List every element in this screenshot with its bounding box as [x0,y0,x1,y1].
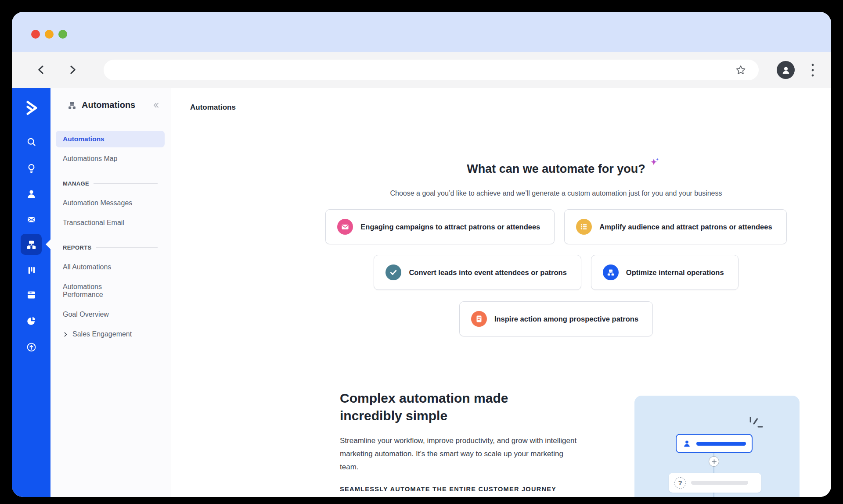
list-icon [576,219,592,235]
breadcrumb: Automations [190,103,236,112]
rail-item-upgrade[interactable] [21,336,42,357]
person-icon [682,439,692,448]
text-placeholder-bar [696,442,746,446]
sidebar-item-automations[interactable]: Automations [56,131,165,147]
automation-illustration: ? [634,396,800,497]
goal-button-engaging-campaigns[interactable]: Engaging campaigns to attract patrons or… [325,209,555,244]
browser-card-icon [25,289,37,301]
sidebar-item-automations-map[interactable]: Automations Map [56,150,165,167]
goal-row-2: Convert leads into event attendees or pa… [281,255,831,290]
browser-profile-avatar[interactable] [777,61,795,79]
back-button[interactable] [32,60,51,79]
main-content: Automations What can we automate for you… [170,88,831,497]
sidebar-item-goal-overview[interactable]: Goal Overview [56,306,165,323]
arrow-up-circle-icon [25,341,37,353]
nav-rail [12,88,50,497]
sidebar: Automations Automations Automations Map … [50,88,170,497]
chevron-right-icon [63,332,68,337]
rail-item-pages[interactable] [21,284,42,305]
question-node-card: ? [669,473,761,493]
browser-menu-button[interactable] [806,59,820,82]
contact-node-card [676,434,753,453]
kanban-icon [25,265,37,276]
sidebar-item-all-automations[interactable]: All Automations [56,259,165,275]
bookmark-star-button[interactable] [735,64,746,76]
note-icon [471,311,487,327]
goal-button-label: Amplify audience and attract patrons or … [599,223,772,231]
section-divider [96,247,158,248]
rail-item-ideas[interactable] [21,157,42,179]
goal-button-amplify-audience[interactable]: Amplify audience and attract patrons or … [564,209,786,244]
address-bar[interactable] [104,60,759,80]
section-divider [94,183,158,184]
traffic-light-zoom[interactable] [58,30,67,39]
activecampaign-logo-icon [22,99,40,117]
question-mark-icon: ? [674,477,686,489]
sitemap-icon [67,100,77,110]
goal-row-3: Inspire action among prospective patrons [281,301,831,336]
lightbulb-icon [25,162,37,174]
rail-item-search[interactable] [21,131,42,152]
double-chevron-left-icon [151,101,160,110]
feature-heading: Complex automation made incredibly simpl… [340,390,529,425]
sidebar-title: Automations [82,100,135,110]
traffic-light-minimize[interactable] [45,30,54,39]
sparkle-icon [649,157,659,171]
plus-icon [712,459,717,464]
chevron-left-icon [36,64,47,75]
rail-item-automations[interactable] [21,234,42,255]
hero-title: What can we automate for you? [467,162,645,176]
add-step-node [709,456,719,467]
goal-button-label: Convert leads into event attendees or pa… [409,268,566,277]
section-label: MANAGE [63,180,89,187]
sidebar-header: Automations [67,100,135,110]
goal-button-label: Engaging campaigns to attract patrons or… [360,223,540,231]
chevron-right-icon [67,64,78,75]
rail-item-campaigns[interactable] [21,209,42,230]
sidebar-item-sales-engagement[interactable]: Sales Engagement [56,326,165,343]
rail-item-reports[interactable] [21,310,42,331]
sidebar-item-automation-messages[interactable]: Automation Messages [56,195,165,211]
goal-button-label: Optimize internal operations [626,268,724,277]
rail-item-deals[interactable] [21,260,42,281]
feature-text-block: Complex automation made incredibly simpl… [340,390,579,493]
sidebar-section-reports: REPORTS [63,244,158,251]
feature-body: Streamline your workflow, improve produc… [340,434,579,474]
goal-button-label: Inspire action among prospective patrons [494,315,638,323]
sidebar-collapse-button[interactable] [151,101,160,111]
goal-button-inspire-action[interactable]: Inspire action among prospective patrons [459,301,653,336]
sitemap-icon [25,239,37,250]
text-placeholder-bar [691,481,748,485]
pie-chart-icon [25,315,37,327]
envelope-icon [337,219,353,235]
brand-logo[interactable] [21,97,42,118]
sidebar-item-label: Sales Engagement [72,330,132,338]
contact-icon [25,188,37,200]
sitemap-icon [603,265,619,280]
sidebar-section-manage: MANAGE [63,180,158,187]
traffic-light-close[interactable] [31,30,40,39]
goal-row-1: Engaging campaigns to attract patrons or… [281,209,831,244]
forward-button[interactable] [63,60,82,79]
envelope-icon [25,214,37,225]
star-icon [735,64,746,76]
app-shell: Automations Automations Automations Map … [12,88,831,497]
window-titlebar [12,12,831,52]
search-icon [25,136,37,148]
sparkle-strokes-icon [747,417,765,432]
selected-item-notch [46,239,50,249]
browser-toolbar [12,52,831,88]
sidebar-item-automations-performance[interactable]: Automations Performance [56,279,136,303]
sidebar-item-transactional-email[interactable]: Transactional Email [56,214,165,231]
sidebar-nav: Automations Automations Map MANAGE Autom… [56,131,165,346]
check-icon [385,265,401,280]
browser-window: Automations Automations Automations Map … [12,12,831,497]
hero-section: What can we automate for you? Choose a g… [281,154,831,336]
goal-button-optimize-operations[interactable]: Optimize internal operations [591,255,739,290]
person-icon [780,64,792,76]
kebab-menu-icon [811,63,814,78]
rail-item-contacts[interactable] [21,183,42,204]
goal-button-convert-leads[interactable]: Convert leads into event attendees or pa… [374,255,581,290]
page-topbar: Automations [170,88,831,127]
section-label: REPORTS [63,244,92,251]
